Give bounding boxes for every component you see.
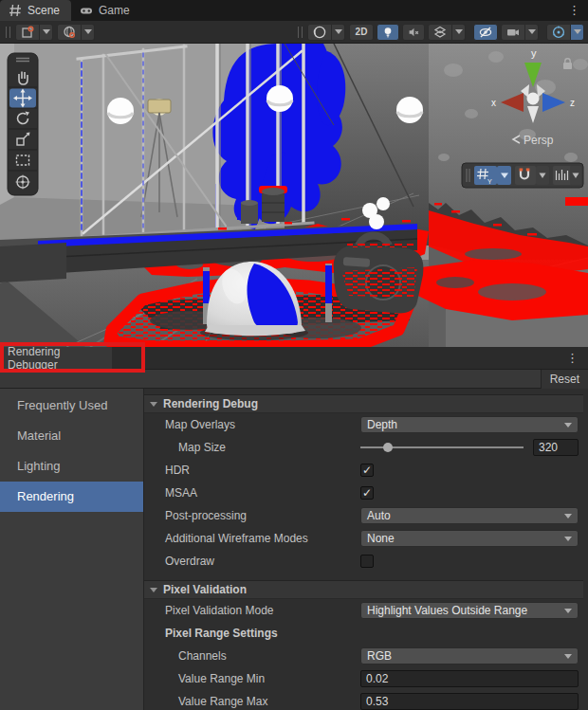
pixel-validation-mode-label: Pixel Validation Mode	[144, 604, 360, 617]
value-range-min-label: Value Range Min	[144, 672, 360, 685]
map-size-slider[interactable]	[360, 439, 524, 456]
scene-toolbar: 2D	[0, 21, 588, 44]
reset-button[interactable]: Reset	[541, 370, 588, 389]
gizmos-info-icon	[551, 25, 566, 40]
channels-label: Channels	[144, 649, 360, 663]
scene-visibility-button[interactable]	[473, 24, 498, 41]
pivot-icon	[20, 25, 35, 40]
rendering-debugger-title: Rendering Debugger	[8, 345, 112, 372]
map-overlays-value: Depth	[367, 418, 397, 431]
gizmos-button[interactable]	[546, 24, 584, 41]
hdr-label: HDR	[144, 464, 360, 477]
tab-rendering-debugger[interactable]: Rendering Debugger	[0, 347, 112, 370]
draw-mode-button[interactable]	[307, 24, 345, 41]
sidebar-item-frequently-used[interactable]: Frequently Used	[0, 391, 143, 421]
row-value-range-max: Value Range Max	[144, 690, 583, 710]
row-pixel-range-settings: Pixel Range Settings	[144, 622, 583, 645]
grid-snap-overlay: Y	[462, 163, 583, 188]
tool-handle-rotation-button[interactable]	[57, 24, 95, 41]
map-size-label: Map Size	[144, 441, 360, 454]
snap-toggle-button[interactable]	[515, 166, 549, 185]
tab-scene[interactable]: Scene	[0, 0, 71, 21]
globe-icon	[62, 25, 77, 40]
scene-viewport[interactable]: y x z Persp	[0, 44, 588, 347]
row-value-range-min: Value Range Min	[144, 667, 583, 690]
chevron-down-icon	[564, 423, 572, 428]
row-hdr: HDR ✓	[144, 459, 583, 482]
tab-game[interactable]: Game	[71, 0, 141, 21]
pixel-validation-mode-value: Highlight Values Outside Range	[367, 604, 527, 617]
chevron-down-icon	[574, 29, 581, 34]
msaa-label: MSAA	[144, 486, 360, 500]
section-rendering-debug-label: Rendering Debug	[163, 397, 258, 410]
tool-handle-position-button[interactable]	[15, 24, 53, 41]
chevron-down-icon	[43, 29, 50, 34]
2d-label: 2D	[356, 27, 368, 37]
persp-label[interactable]: Persp	[524, 134, 554, 147]
grid-visibility-button[interactable]: Y	[474, 166, 511, 185]
scene-lighting-button[interactable]	[377, 24, 399, 41]
row-pixel-validation-mode: Pixel Validation Mode Highlight Values O…	[144, 599, 583, 622]
section-pixel-validation[interactable]: Pixel Validation	[144, 580, 583, 599]
post-processing-dropdown[interactable]: Auto	[360, 507, 579, 524]
chevron-down-icon	[335, 29, 342, 34]
window-menu-icon[interactable]: ⋮	[560, 0, 588, 21]
additional-wireframe-dropdown[interactable]: None	[360, 530, 579, 547]
post-processing-label: Post-processing	[144, 509, 360, 522]
axis-x-label: x	[491, 98, 496, 108]
sidebar-item-material[interactable]: Material	[0, 421, 143, 451]
channels-dropdown[interactable]: RGB	[360, 647, 579, 664]
channels-value: RGB	[367, 649, 392, 663]
section-pixel-validation-label: Pixel Validation	[163, 583, 247, 596]
effects-button[interactable]	[428, 24, 466, 41]
tab-game-label: Game	[99, 4, 130, 17]
section-rendering-debug[interactable]: Rendering Debug	[144, 394, 583, 413]
chevron-down-icon	[84, 29, 92, 34]
chevron-down-icon	[564, 514, 572, 519]
overdraw-label: Overdraw	[144, 555, 360, 568]
msaa-checkbox[interactable]: ✓	[360, 486, 374, 500]
value-range-min-input[interactable]	[360, 670, 579, 687]
debugger-content: Rendering Debug Map Overlays Depth Map S…	[144, 389, 588, 710]
slider-handle[interactable]	[383, 443, 393, 452]
move-tool-button[interactable]	[9, 89, 36, 108]
hdr-checkbox[interactable]: ✓	[360, 464, 374, 477]
rendering-debugger-tabbar: Rendering Debugger ⋮	[0, 347, 588, 370]
camera-icon	[505, 25, 521, 40]
sidebar-item-rendering[interactable]: Rendering	[0, 482, 143, 512]
foldout-triangle-icon	[150, 402, 157, 407]
toggle-2d-button[interactable]: 2D	[349, 24, 374, 41]
lightbulb-icon	[381, 25, 395, 40]
unity-editor-window: Scene Game ⋮	[0, 0, 588, 710]
axis-y-label: y	[531, 47, 537, 59]
row-channels: Channels RGB	[144, 645, 583, 667]
toolbar-drag-handle[interactable]	[6, 27, 10, 38]
tab-scene-label: Scene	[28, 4, 60, 17]
chevron-down-icon	[528, 29, 536, 34]
map-size-input[interactable]	[533, 439, 579, 456]
gamepad-icon	[79, 3, 94, 18]
scene-grid-icon	[8, 3, 23, 18]
effects-layers-icon	[432, 25, 448, 40]
shaded-sphere-icon	[312, 25, 327, 40]
debugger-menu-icon[interactable]: ⋮	[557, 351, 588, 365]
foldout-triangle-icon	[150, 588, 157, 592]
snap-increment-button[interactable]	[553, 166, 581, 185]
row-additional-wireframe-modes: Additional Wireframe Modes None	[144, 527, 583, 550]
map-overlays-dropdown[interactable]: Depth	[360, 416, 579, 433]
value-range-max-label: Value Range Max	[144, 695, 360, 708]
chevron-down-icon	[564, 537, 572, 541]
camera-settings-button[interactable]	[501, 24, 539, 41]
additional-wireframe-value: None	[367, 532, 395, 545]
eye-slash-icon	[478, 25, 493, 40]
value-range-max-input[interactable]	[360, 693, 579, 710]
pixel-validation-mode-dropdown[interactable]: Highlight Values Outside Range	[360, 602, 579, 619]
chevron-down-icon	[564, 654, 572, 659]
overdraw-checkbox[interactable]	[360, 555, 374, 568]
speaker-muted-icon	[407, 25, 420, 40]
audio-mute-button[interactable]	[402, 24, 425, 41]
sidebar-item-lighting[interactable]: Lighting	[0, 451, 143, 482]
toolbar-drag-handle[interactable]	[298, 27, 303, 38]
tools-overlay	[8, 53, 38, 195]
axis-z-label: z	[570, 98, 575, 108]
